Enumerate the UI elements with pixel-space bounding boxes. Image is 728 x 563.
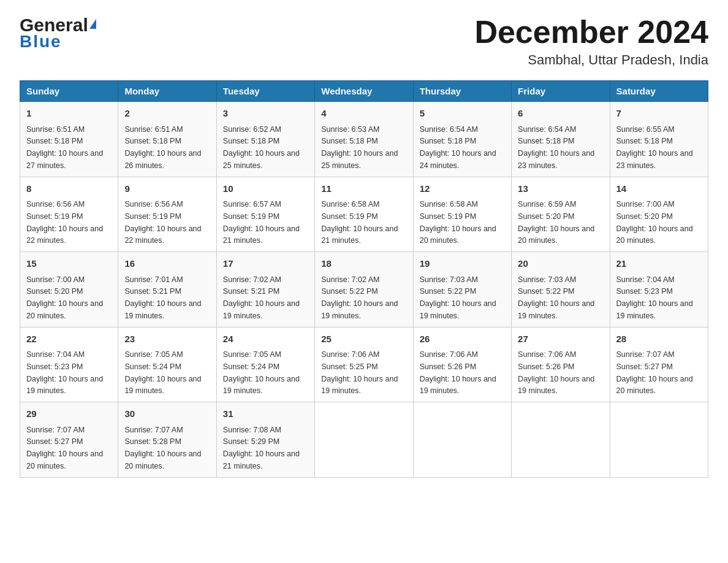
day-info: Sunrise: 7:01 AMSunset: 5:21 PMDaylight:… (124, 275, 201, 320)
calendar-week-row: 1 Sunrise: 6:51 AMSunset: 5:18 PMDayligh… (20, 102, 708, 177)
logo: General Blue (20, 15, 96, 52)
day-info: Sunrise: 6:52 AMSunset: 5:18 PMDaylight:… (223, 125, 300, 170)
day-number: 1 (26, 107, 112, 121)
table-row: 21 Sunrise: 7:04 AMSunset: 5:23 PMDaylig… (610, 252, 708, 327)
day-number: 6 (518, 107, 603, 121)
col-tuesday: Tuesday (216, 81, 314, 102)
col-thursday: Thursday (413, 81, 511, 102)
table-row: 22 Sunrise: 7:04 AMSunset: 5:23 PMDaylig… (20, 327, 118, 402)
day-info: Sunrise: 6:55 AMSunset: 5:18 PMDaylight:… (616, 125, 693, 170)
day-number: 4 (321, 107, 406, 121)
day-number: 25 (321, 332, 406, 347)
day-info: Sunrise: 7:02 AMSunset: 5:21 PMDaylight:… (223, 275, 300, 320)
day-number: 23 (124, 332, 210, 347)
day-info: Sunrise: 7:07 AMSunset: 5:27 PMDaylight:… (616, 350, 693, 395)
table-row: 30 Sunrise: 7:07 AMSunset: 5:28 PMDaylig… (118, 402, 216, 478)
day-info: Sunrise: 7:00 AMSunset: 5:20 PMDaylight:… (26, 275, 103, 320)
table-row: 12 Sunrise: 6:58 AMSunset: 5:19 PMDaylig… (413, 177, 511, 252)
table-row (315, 402, 413, 478)
page-header: General Blue December 2024 Sambhal, Utta… (20, 15, 708, 68)
day-number: 24 (223, 332, 308, 347)
day-number: 15 (26, 257, 112, 271)
table-row: 26 Sunrise: 7:06 AMSunset: 5:26 PMDaylig… (413, 327, 511, 402)
day-info: Sunrise: 6:56 AMSunset: 5:19 PMDaylight:… (26, 200, 103, 245)
day-number: 3 (223, 107, 308, 121)
day-number: 18 (321, 257, 406, 271)
day-info: Sunrise: 7:03 AMSunset: 5:22 PMDaylight:… (518, 275, 594, 320)
table-row: 18 Sunrise: 7:02 AMSunset: 5:22 PMDaylig… (315, 252, 413, 327)
table-row (512, 402, 610, 478)
day-number: 27 (518, 332, 603, 347)
day-info: Sunrise: 7:07 AMSunset: 5:27 PMDaylight:… (26, 426, 103, 470)
day-info: Sunrise: 6:51 AMSunset: 5:18 PMDaylight:… (26, 125, 103, 170)
table-row: 16 Sunrise: 7:01 AMSunset: 5:21 PMDaylig… (118, 252, 216, 327)
day-info: Sunrise: 6:54 AMSunset: 5:18 PMDaylight:… (420, 125, 496, 170)
day-info: Sunrise: 6:59 AMSunset: 5:20 PMDaylight:… (518, 200, 594, 245)
table-row: 20 Sunrise: 7:03 AMSunset: 5:22 PMDaylig… (512, 252, 610, 327)
day-info: Sunrise: 6:53 AMSunset: 5:18 PMDaylight:… (321, 125, 398, 170)
day-number: 2 (124, 107, 210, 121)
table-row: 28 Sunrise: 7:07 AMSunset: 5:27 PMDaylig… (610, 327, 708, 402)
day-info: Sunrise: 7:06 AMSunset: 5:25 PMDaylight:… (321, 350, 398, 395)
col-saturday: Saturday (610, 81, 708, 102)
table-row: 10 Sunrise: 6:57 AMSunset: 5:19 PMDaylig… (216, 177, 314, 252)
table-row (413, 402, 511, 478)
day-info: Sunrise: 6:58 AMSunset: 5:19 PMDaylight:… (321, 200, 398, 245)
table-row: 8 Sunrise: 6:56 AMSunset: 5:19 PMDayligh… (20, 177, 118, 252)
day-info: Sunrise: 7:08 AMSunset: 5:29 PMDaylight:… (223, 426, 300, 470)
day-info: Sunrise: 7:07 AMSunset: 5:28 PMDaylight:… (124, 426, 201, 470)
calendar-week-row: 22 Sunrise: 7:04 AMSunset: 5:23 PMDaylig… (20, 327, 708, 402)
day-info: Sunrise: 7:05 AMSunset: 5:24 PMDaylight:… (223, 350, 300, 395)
day-number: 21 (616, 257, 702, 271)
table-row: 19 Sunrise: 7:03 AMSunset: 5:22 PMDaylig… (413, 252, 511, 327)
day-number: 11 (321, 182, 406, 196)
day-number: 31 (223, 407, 308, 421)
calendar-week-row: 15 Sunrise: 7:00 AMSunset: 5:20 PMDaylig… (20, 252, 708, 327)
table-row: 14 Sunrise: 7:00 AMSunset: 5:20 PMDaylig… (610, 177, 708, 252)
table-row: 27 Sunrise: 7:06 AMSunset: 5:26 PMDaylig… (512, 327, 610, 402)
table-row (610, 402, 708, 478)
day-info: Sunrise: 7:05 AMSunset: 5:24 PMDaylight:… (124, 350, 201, 395)
col-friday: Friday (512, 81, 610, 102)
table-row: 24 Sunrise: 7:05 AMSunset: 5:24 PMDaylig… (216, 327, 314, 402)
day-number: 8 (26, 182, 112, 196)
day-info: Sunrise: 7:06 AMSunset: 5:26 PMDaylight:… (420, 350, 496, 395)
table-row: 7 Sunrise: 6:55 AMSunset: 5:18 PMDayligh… (610, 102, 708, 177)
day-info: Sunrise: 7:04 AMSunset: 5:23 PMDaylight:… (616, 275, 693, 320)
day-number: 10 (223, 182, 308, 196)
logo-triangle-icon (89, 19, 96, 29)
calendar-header-row: Sunday Monday Tuesday Wednesday Thursday… (20, 81, 708, 102)
calendar-table: Sunday Monday Tuesday Wednesday Thursday… (20, 80, 708, 478)
table-row: 1 Sunrise: 6:51 AMSunset: 5:18 PMDayligh… (20, 102, 118, 177)
logo-blue-text: Blue (20, 32, 62, 52)
location-subtitle: Sambhal, Uttar Pradesh, India (474, 52, 708, 68)
title-area: December 2024 Sambhal, Uttar Pradesh, In… (474, 15, 708, 68)
col-monday: Monday (118, 81, 216, 102)
day-number: 26 (420, 332, 505, 347)
day-number: 30 (124, 407, 210, 421)
calendar-week-row: 29 Sunrise: 7:07 AMSunset: 5:27 PMDaylig… (20, 402, 708, 478)
table-row: 3 Sunrise: 6:52 AMSunset: 5:18 PMDayligh… (216, 102, 314, 177)
day-number: 14 (616, 182, 702, 196)
day-info: Sunrise: 7:06 AMSunset: 5:26 PMDaylight:… (518, 350, 594, 395)
day-number: 29 (26, 407, 112, 421)
day-number: 28 (616, 332, 702, 347)
table-row: 6 Sunrise: 6:54 AMSunset: 5:18 PMDayligh… (512, 102, 610, 177)
table-row: 5 Sunrise: 6:54 AMSunset: 5:18 PMDayligh… (413, 102, 511, 177)
day-number: 22 (26, 332, 112, 347)
day-number: 19 (420, 257, 505, 271)
month-title: December 2024 (474, 15, 708, 50)
col-sunday: Sunday (20, 81, 118, 102)
table-row: 25 Sunrise: 7:06 AMSunset: 5:25 PMDaylig… (315, 327, 413, 402)
table-row: 2 Sunrise: 6:51 AMSunset: 5:18 PMDayligh… (118, 102, 216, 177)
calendar-week-row: 8 Sunrise: 6:56 AMSunset: 5:19 PMDayligh… (20, 177, 708, 252)
table-row: 11 Sunrise: 6:58 AMSunset: 5:19 PMDaylig… (315, 177, 413, 252)
day-info: Sunrise: 6:51 AMSunset: 5:18 PMDaylight:… (124, 125, 201, 170)
table-row: 29 Sunrise: 7:07 AMSunset: 5:27 PMDaylig… (20, 402, 118, 478)
day-info: Sunrise: 6:56 AMSunset: 5:19 PMDaylight:… (124, 200, 201, 245)
day-info: Sunrise: 7:03 AMSunset: 5:22 PMDaylight:… (420, 275, 496, 320)
table-row: 4 Sunrise: 6:53 AMSunset: 5:18 PMDayligh… (315, 102, 413, 177)
table-row: 31 Sunrise: 7:08 AMSunset: 5:29 PMDaylig… (216, 402, 314, 478)
day-number: 12 (420, 182, 505, 196)
day-number: 17 (223, 257, 308, 271)
